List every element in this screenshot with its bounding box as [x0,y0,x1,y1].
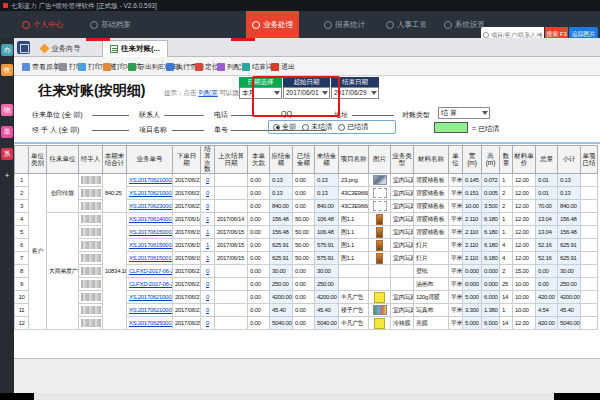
image-thumbnail[interactable] [374,292,385,303]
radio-unsettled[interactable]: 未结清 [302,122,332,132]
cell-unit: 平米 [449,265,463,278]
order-number-link[interactable]: XS.201706250001 [129,320,173,326]
settle-times-link[interactable]: 0 [206,320,209,326]
sidebar-shortcut-2[interactable]: 收 [1,64,13,76]
order-number-link[interactable]: XS.201706210001 [129,294,173,300]
desktop-corner [554,393,600,400]
cell-times: 0 [201,291,215,304]
cell-times: 1 [201,252,215,265]
tab-1[interactable]: 业务向导 [34,40,88,57]
image-thumbnail[interactable] [373,305,387,315]
cell-biz: 室内写真 [391,291,414,304]
settle-times-link[interactable]: 0 [206,177,209,183]
settle-times-link[interactable]: 0 [206,268,209,274]
cell-pic [369,317,391,330]
settle-times-link[interactable]: 0 [206,307,209,313]
image-thumbnail[interactable] [376,240,383,251]
project-input[interactable] [172,121,204,131]
settle-times-link[interactable]: 1 [206,229,209,235]
nav-item-5[interactable]: 人事工资 [380,11,433,38]
cell-h: 0.000 [482,265,500,278]
column-config-link[interactable]: 列配置 [198,89,218,96]
settle-times-link[interactable]: 0 [206,190,209,196]
image-thumbnail[interactable] [376,227,383,238]
cell-pic [369,304,391,317]
toolbar-button-7[interactable]: 定位 [195,57,219,76]
cell-unsettled: 5040.00 [315,317,339,330]
cell-price: 12.00 [513,213,536,226]
settle-times-link[interactable]: 1 [206,216,209,222]
cell-subtotal: 0.13 [558,187,581,200]
cell-h: 3.500 [482,200,500,213]
settle-times-link[interactable]: 0 [206,294,209,300]
cell-w: 2.110 [463,226,482,239]
cell-subtotal: 840.00 [558,200,581,213]
cell-item_settled [581,304,598,317]
settle-times-link[interactable]: 0 [206,281,209,287]
sidebar-shortcut-1[interactable]: 办 [1,44,13,56]
image-thumbnail[interactable] [376,214,383,225]
sidebar-shortcut-4[interactable]: 单 [1,126,13,138]
toolbar-button-1[interactable]: 查看原单 [22,57,60,76]
toolbar-button-10[interactable]: 退出 [271,57,295,76]
order-number-link[interactable]: XS.201706150002 [129,242,173,248]
nav-item-1[interactable]: 个人中心 [16,11,69,38]
address-input[interactable] [352,106,394,116]
order-number-link[interactable]: CLFXD-2017-06-2 [129,281,173,287]
search-input[interactable] [491,32,542,38]
cell-biz: 室内写真 [391,187,414,200]
cell-qty: 14 [500,317,513,330]
order-number-link[interactable]: XS.201706210005 [129,307,173,313]
recon-type-dropdown[interactable]: 结 算 [438,107,490,119]
order-number-link[interactable]: XS.201706150012 [129,255,173,261]
cell-due: 0.13 [270,187,293,200]
home-tab-icon[interactable] [17,41,30,54]
chevron-down-icon [482,111,488,115]
settle-times-link[interactable]: 0 [206,203,209,209]
order-number-link[interactable]: XS.201706150001 [129,229,173,235]
order-number-link[interactable]: XS.201706140001 [129,216,173,222]
image-thumbnail[interactable] [373,175,387,185]
nav-item-2[interactable]: 基础档案 [84,11,137,38]
image-thumbnail[interactable] [373,188,387,198]
cell-project: 图1.1 [339,226,369,239]
partner-label: 往来单位 (全 部) [32,110,83,120]
cell-subtotal: 0.13 [558,174,581,187]
radio-settled[interactable]: 已结清 [338,122,368,132]
handler-input[interactable] [92,121,129,131]
nav-item-3[interactable]: 业务处理 [246,11,299,38]
cell-h: 0.072 [482,174,500,187]
nav-item-4[interactable]: 报表统计 [318,11,371,38]
column-header-settled: 已结金额 [293,146,315,174]
cell-n: 8 [15,265,29,278]
settle-times-link[interactable]: 1 [206,255,209,261]
handler-label: 经 手 人 (全 部) [32,125,79,135]
cell-material: 灯片 [414,252,449,265]
cell-biz [391,278,414,291]
settle-times-link[interactable]: 1 [206,242,209,248]
sidebar-shortcut-5[interactable]: 系 [1,148,13,160]
cell-amount: 0.00 [536,265,558,278]
image-thumbnail[interactable] [374,318,385,329]
separator [14,142,600,144]
image-thumbnail[interactable] [376,253,383,264]
sidebar-shortcut-6[interactable]: + [1,170,13,182]
order-number-link[interactable]: XS.201706230001 [129,203,173,209]
column-header-subtotal: 小计 [558,146,581,174]
image-thumbnail[interactable] [373,201,387,211]
order-number-link[interactable]: XS.201706210002 [129,177,173,183]
order-number-link[interactable]: XS.201706210001 [129,190,173,196]
cell-times: 0 [201,265,215,278]
cell-w: 3.300 [463,304,482,317]
contact-input[interactable] [164,106,204,116]
radio-all[interactable]: 全部 [273,122,296,132]
cell-pic [369,252,391,265]
partner-input[interactable] [92,106,129,116]
tab-2[interactable]: 往来对账(... [102,40,168,57]
redacted-name [81,241,101,249]
cell-pic [369,187,391,200]
order-number-link[interactable]: CLFXD-2017-06-2 [129,268,173,274]
sidebar-shortcut-3[interactable]: 物 [1,104,13,116]
cell-qty: 1 [500,174,513,187]
cell-owed: 0.00 [248,200,270,213]
